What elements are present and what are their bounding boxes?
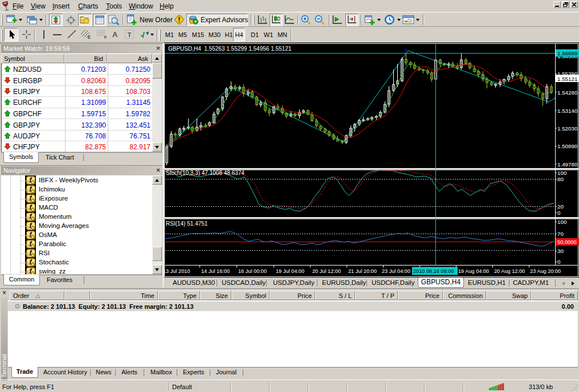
svg-text:1.56689: 1.56689	[557, 50, 577, 56]
svg-text:RSI(14) 51.4751: RSI(14) 51.4751	[166, 220, 208, 227]
svg-text:20 Jul 12:00: 20 Jul 12:00	[312, 268, 341, 274]
svg-text:100: 100	[557, 170, 567, 176]
svg-text:19 Jul 04:00: 19 Jul 04:00	[276, 268, 304, 274]
svg-text:1.54280: 1.54280	[557, 89, 578, 96]
svg-text:T: T	[128, 31, 132, 38]
svg-text:21 Jul 20:00: 21 Jul 20:00	[348, 268, 377, 274]
svg-text:GBPUSD,H4 1.55263 1.55299 1.5: GBPUSD,H4 1.55263 1.55299 1.54956 1.5512…	[168, 46, 292, 52]
svg-text:23 Jul 04:00: 23 Jul 04:00	[382, 268, 410, 274]
svg-text:16 Jul 00:00: 16 Jul 00:00	[238, 268, 267, 274]
svg-text:1.52030: 1.52030	[557, 125, 578, 132]
svg-text:70: 70	[557, 231, 564, 237]
svg-text:1.53140: 1.53140	[557, 108, 578, 114]
svg-text:20 Aug 12:00: 20 Aug 12:00	[494, 268, 525, 274]
svg-text:14 Jul 16:00: 14 Jul 16:00	[201, 268, 230, 274]
svg-text:Stoch(10,3,3) 47.1008 48.6374: Stoch(10,3,3) 47.1008 48.6374	[166, 170, 244, 176]
svg-text:F: F	[104, 35, 107, 40]
svg-text:13 Jul 2010: 13 Jul 2010	[164, 268, 190, 274]
svg-text:1.55121: 1.55121	[557, 76, 577, 82]
svg-text:E: E	[88, 35, 91, 40]
svg-text:19 Aug 04:00: 19 Aug 04:00	[458, 268, 489, 274]
svg-text:30: 30	[557, 248, 564, 254]
svg-text:80: 80	[557, 176, 564, 182]
svg-text:100: 100	[557, 219, 567, 225]
svg-text:20: 20	[557, 203, 564, 210]
svg-text:1.50890: 1.50890	[557, 143, 578, 149]
svg-text:0: 0	[557, 210, 561, 216]
svg-text:0: 0	[557, 259, 561, 265]
svg-text:23 Aug 20:00: 23 Aug 20:00	[530, 268, 561, 274]
svg-text:1.49780: 1.49780	[557, 161, 578, 168]
svg-text:50.0000: 50.0000	[557, 239, 577, 245]
svg-text:2010.08.18 08:00: 2010.08.18 08:00	[413, 268, 454, 274]
